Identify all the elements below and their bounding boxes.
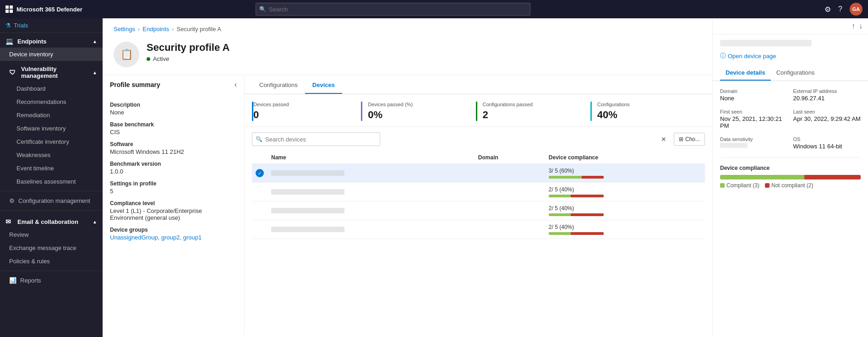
description-value: None	[110, 109, 237, 116]
benchmark-version-value: 1.0.0	[110, 168, 237, 175]
os-label: OS	[793, 136, 861, 142]
row-green-bar	[549, 176, 582, 179]
table-row[interactable]: 2/ 5 (40%)	[252, 201, 705, 220]
sidebar-group-endpoints[interactable]: 💻 Endpoints ▲	[0, 33, 103, 48]
breadcrumb-endpoints[interactable]: Endpoints	[142, 26, 169, 33]
sidebar-item-policies-rules[interactable]: Policies & rules	[0, 255, 103, 268]
table-row[interactable]: 2/ 5 (40%)	[252, 183, 705, 201]
stat-configurations-pct: Configurations 40%	[590, 102, 705, 121]
sidebar-item-exchange-message-trace[interactable]: Exchange message trace	[0, 241, 103, 255]
breadcrumb-settings[interactable]: Settings	[114, 26, 135, 33]
sidebar-item-certificate-inventory[interactable]: Certificate inventory	[0, 135, 103, 148]
rsp-prev-button[interactable]: ↑	[852, 22, 855, 30]
row-check-cell	[252, 183, 267, 201]
data-sensitivity-value	[720, 143, 748, 148]
open-device-page-link[interactable]: ⓘ Open device page	[713, 52, 868, 65]
columns-icon: ⊞	[679, 136, 683, 142]
info-circle-icon: ⓘ	[720, 52, 726, 60]
sidebar-item-dashboard[interactable]: Dashboard	[0, 82, 103, 95]
profile-title-area: Security profile A Active	[147, 42, 229, 62]
sidebar-item-baselines-assessment[interactable]: Baselines assessment	[0, 175, 103, 188]
app-logo: Microsoft 365 Defender	[5, 5, 106, 13]
choose-columns-button[interactable]: ⊞ Cho...	[674, 133, 705, 146]
collapse-button[interactable]: ‹	[235, 81, 237, 89]
search-input[interactable]	[256, 3, 530, 16]
compliance-bar-red	[804, 175, 861, 179]
search-clear-button[interactable]: ✕	[661, 136, 666, 143]
profile-header: 📋 Security profile A Active	[103, 36, 712, 75]
sidebar-group-vulnerability[interactable]: 🛡 Vulnerability management ▲	[0, 61, 103, 82]
row-green-bar	[549, 195, 571, 197]
external-ip-value: 20.96.27.41	[793, 95, 825, 102]
row-domain-cell	[475, 201, 545, 220]
reports-icon: 📊	[9, 277, 16, 284]
first-seen-label: First seen	[720, 109, 788, 114]
sidebar-item-event-timeline[interactable]: Event timeline	[0, 162, 103, 175]
table-row[interactable]: 2/ 5 (40%)	[252, 220, 705, 239]
profile-status: Active	[147, 55, 229, 62]
rsp-next-button[interactable]: ↓	[859, 22, 863, 30]
rsp-field-last-seen: Last seen Apr 30, 2022, 9:29:42 AM	[793, 109, 861, 129]
row-red-bar	[571, 232, 604, 235]
profile-name: Security profile A	[147, 42, 229, 54]
rsp-tab-device-details[interactable]: Device details	[720, 65, 771, 81]
device-list-area: 🔍 ✕ ⊞ Cho... Name	[245, 127, 712, 245]
left-panel: Profile summary ‹ Description None Base …	[103, 75, 245, 334]
search-devices-input[interactable]	[252, 132, 380, 146]
tab-devices[interactable]: Devices	[305, 77, 342, 94]
stat-configurations-passed: Configurations passed 2	[476, 102, 590, 121]
row-compliance-cell: 2/ 5 (40%)	[545, 183, 705, 201]
sidebar-item-weaknesses[interactable]: Weaknesses	[0, 148, 103, 162]
base-benchmark-value: CIS	[110, 129, 237, 136]
device-groups-value[interactable]: UnassignedGroup, group2, group1	[110, 234, 237, 241]
device-compliance-label: Device compliance	[720, 165, 861, 171]
right-panel: Configurations Devices Devices passed 0 …	[245, 75, 712, 334]
check-circle: ✓	[256, 169, 264, 177]
compliance-text: 3/ 5 (60%)	[549, 168, 701, 174]
breadcrumb: Settings › Endpoints › Security profile …	[103, 18, 712, 36]
row-red-bar	[571, 195, 604, 197]
settings-icon[interactable]: ⚙	[824, 5, 831, 14]
compliance-level-value: Level 1 (L1) - Corporate/Enterprise Envi…	[110, 207, 237, 221]
sidebar-item-reports[interactable]: 📊 Reports	[0, 274, 103, 287]
sidebar-item-review[interactable]: Review	[0, 228, 103, 241]
sidebar-group-email[interactable]: ✉ Email & collaboration ▲	[0, 213, 103, 228]
tab-configurations[interactable]: Configurations	[252, 77, 305, 94]
domain-value: None	[720, 95, 734, 102]
sidebar-item-software-inventory[interactable]: Software inventory	[0, 122, 103, 135]
sidebar-item-remediation[interactable]: Remediation	[0, 109, 103, 122]
software-label: Software	[110, 141, 237, 147]
settings-in-profile-label: Settings in profile	[110, 180, 237, 187]
row-domain-cell	[475, 220, 545, 239]
help-icon[interactable]: ?	[838, 5, 842, 13]
description-label: Description	[110, 102, 237, 108]
sidebar-item-device-inventory[interactable]: Device inventory	[0, 48, 103, 61]
profile-detail: Description None Base benchmark CIS Soft…	[103, 94, 244, 246]
sidebar-item-configuration-management[interactable]: ⚙ Configuration management	[0, 194, 103, 207]
stat-devices-passed-pct-value: 0%	[368, 109, 470, 121]
table-row[interactable]: ✓ 3/ 5 (60%)	[252, 164, 705, 183]
panel-header: Profile summary ‹	[103, 75, 244, 94]
topbar-icons: ⚙ ? GA	[824, 3, 863, 16]
sidebar-item-recommendations[interactable]: Recommendations	[0, 95, 103, 109]
software-value: Microsoft Windows 11 21H2	[110, 148, 237, 155]
rsp-field-os: OS Windows 11 64-bit	[793, 136, 861, 150]
document-icon: 📋	[120, 49, 133, 60]
rsp-tab-configurations[interactable]: Configurations	[771, 65, 820, 81]
device-name-blur	[271, 189, 344, 195]
row-domain-cell	[475, 183, 545, 201]
sidebar-item-trials[interactable]: ⚗ Trials	[0, 18, 103, 33]
stat-devices-passed-pct: Devices passed (%) 0%	[361, 102, 475, 121]
email-icon: ✉	[5, 218, 14, 225]
stat-devices-passed-pct-label: Devices passed (%)	[368, 102, 470, 107]
row-red-bar	[571, 213, 604, 216]
not-compliant-dot	[765, 183, 770, 188]
os-value: Windows 11 64-bit	[793, 143, 842, 150]
breadcrumb-sep2: ›	[172, 26, 174, 33]
legend-compliant: Compliant (3)	[720, 182, 759, 189]
rsp-divider	[720, 157, 861, 158]
col-domain: Domain	[475, 152, 545, 164]
two-panel: Profile summary ‹ Description None Base …	[103, 75, 712, 334]
avatar[interactable]: GA	[850, 3, 863, 16]
endpoints-icon: 💻	[5, 38, 14, 45]
